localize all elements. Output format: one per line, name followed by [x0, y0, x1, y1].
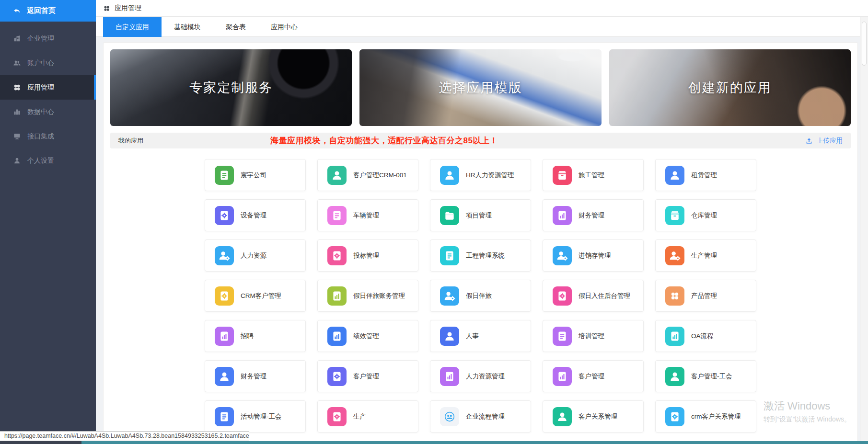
app-card[interactable]: 仓库管理	[655, 199, 756, 231]
app-card[interactable]: 人力资源管理	[430, 360, 531, 392]
app-card[interactable]: 客户管理	[543, 360, 644, 392]
app-card[interactable]: 宸宇公司	[205, 159, 306, 191]
app-card[interactable]: 工程管理系统	[430, 239, 531, 272]
users-icon	[13, 59, 21, 67]
app-card-label: 客户关系管理	[579, 412, 617, 421]
app-grid: 宸宇公司客户管理CRM-001HR人力资源管理施工管理租赁管理设备管理车辆管理项…	[205, 159, 756, 433]
app-card[interactable]: 租赁管理	[655, 159, 756, 191]
app-card-label: 客户管理	[353, 372, 379, 381]
app-card-label: 生产	[353, 412, 366, 421]
app-card-label: 培训管理	[579, 332, 604, 341]
app-card-label: 投标管理	[353, 251, 379, 260]
app-card-label: 人力资源管理	[466, 372, 505, 381]
app-card[interactable]: 财务管理	[205, 360, 306, 392]
app-card[interactable]: 客户管理	[317, 360, 418, 392]
app-card[interactable]: 企业流程管理	[430, 400, 531, 433]
folder-icon	[440, 206, 459, 225]
scrollbar-thumb[interactable]	[862, 22, 867, 66]
app-card[interactable]: 客户管理CRM-001	[317, 159, 418, 191]
app-card[interactable]: HR人力资源管理	[430, 159, 531, 191]
banner-dark-desk-camera-pen-photo[interactable]: 专家定制服务	[110, 49, 352, 126]
gear-icon	[327, 407, 347, 426]
banner-row: 专家定制服务选择应用模版创建新的应用	[104, 43, 857, 133]
app-card[interactable]: 客户关系管理	[543, 400, 644, 433]
app-card[interactable]: 人力资源	[205, 239, 306, 272]
app-card[interactable]: 设备管理	[205, 199, 306, 231]
app-card[interactable]: 招聘	[205, 320, 306, 352]
app-card[interactable]: 生产管理	[655, 239, 756, 272]
app-card[interactable]: 施工管理	[543, 159, 644, 191]
app-card-label: 项目管理	[466, 211, 492, 220]
app-card[interactable]: crm客户关系管理	[655, 400, 756, 433]
back-to-home-button[interactable]: 返回首页	[0, 0, 96, 22]
users-circle-icon	[440, 407, 459, 426]
person-icon	[13, 157, 21, 165]
sidebar-item-账户中心[interactable]: 账户中心	[0, 51, 96, 75]
gear-icon	[665, 407, 684, 426]
app-card-label: 绩效管理	[353, 332, 379, 341]
promo-notice-text: 海量应用模块，自定功能强大，适配行业高达百分之85以上！	[270, 135, 498, 146]
app-card-label: 仓库管理	[691, 211, 717, 220]
tab-自定义应用[interactable]: 自定义应用	[103, 17, 162, 37]
sidebar-item-企业管理[interactable]: 企业管理	[0, 26, 96, 51]
app-card[interactable]: 假日伴旅账务管理	[317, 280, 418, 312]
sidebar-item-label: 应用管理	[27, 83, 54, 92]
app-card[interactable]: 投标管理	[317, 239, 418, 272]
app-card[interactable]: 假日伴旅	[430, 280, 531, 312]
user-icon	[665, 367, 684, 386]
app-card[interactable]: 客户管理-工会	[655, 360, 756, 392]
app-card-label: 设备管理	[241, 211, 266, 220]
app-card[interactable]: 假日入住后台管理	[543, 280, 644, 312]
app-card-label: 工程管理系统	[466, 251, 505, 260]
app-card[interactable]: 生产	[317, 400, 418, 433]
user-icon	[440, 327, 459, 346]
app-card-label: 客户管理CRM-001	[353, 171, 407, 180]
user-gear-icon	[665, 246, 684, 265]
main-area: 应用管理 自定义应用基础模块聚合表应用中心 专家定制服务选择应用模版创建新的应用…	[96, 0, 868, 444]
user-icon	[440, 166, 459, 185]
sidebar-item-label: 账户中心	[27, 59, 54, 68]
app-management-page: 返回首页 企业管理账户中心应用管理数据中心接口集成个人设置 应用管理 自定义应用…	[0, 0, 868, 444]
dots-icon	[665, 286, 684, 306]
app-card[interactable]: 绩效管理	[317, 320, 418, 352]
app-card[interactable]: 培训管理	[543, 320, 644, 352]
app-card-label: 假日伴旅	[466, 292, 492, 300]
user-icon	[215, 367, 234, 386]
user-gear-icon	[553, 246, 572, 265]
app-card[interactable]: OA流程	[655, 320, 756, 352]
apps-icon	[103, 5, 110, 12]
app-card-label: 产品管理	[691, 292, 717, 300]
sidebar-item-接口集成[interactable]: 接口集成	[0, 124, 96, 148]
app-card[interactable]: 产品管理	[655, 280, 756, 312]
app-card-label: 假日入住后台管理	[579, 292, 630, 300]
app-card[interactable]: CRM客户管理	[205, 280, 306, 312]
app-card[interactable]: 财务管理	[543, 199, 644, 231]
app-card-label: CRM客户管理	[241, 292, 281, 300]
banner-title: 创建新的应用	[688, 79, 772, 96]
app-card[interactable]: 进销存管理	[543, 239, 644, 272]
app-card-label: HR人力资源管理	[466, 171, 514, 180]
app-card[interactable]: 车辆管理	[317, 199, 418, 231]
back-icon	[12, 7, 21, 15]
banner-laptop-webpage-template-photo[interactable]: 选择应用模版	[359, 49, 601, 126]
app-card-label: 客户管理-工会	[691, 372, 732, 381]
app-card[interactable]: 项目管理	[430, 199, 531, 231]
doc-icon	[553, 327, 572, 346]
doc-icon	[215, 407, 234, 426]
upload-app-button[interactable]: 上传应用	[805, 137, 843, 145]
tab-聚合表[interactable]: 聚合表	[213, 17, 258, 37]
sidebar-item-label: 企业管理	[27, 34, 54, 43]
doc-icon	[327, 206, 347, 225]
chart-icon	[215, 327, 234, 346]
sidebar-item-数据中心[interactable]: 数据中心	[0, 100, 96, 124]
chart-icon	[553, 367, 572, 386]
banner-tablet-in-hands-photo[interactable]: 创建新的应用	[609, 49, 851, 126]
app-card-label: 企业流程管理	[466, 412, 505, 421]
app-card[interactable]: 人事	[430, 320, 531, 352]
sidebar-item-个人设置[interactable]: 个人设置	[0, 148, 96, 173]
app-card[interactable]: 活动管理-工会	[205, 400, 306, 433]
sidebar-item-应用管理[interactable]: 应用管理	[0, 75, 96, 100]
tab-基础模块[interactable]: 基础模块	[162, 17, 213, 37]
vertical-scrollbar[interactable]	[860, 17, 868, 441]
tab-应用中心[interactable]: 应用中心	[258, 17, 310, 37]
